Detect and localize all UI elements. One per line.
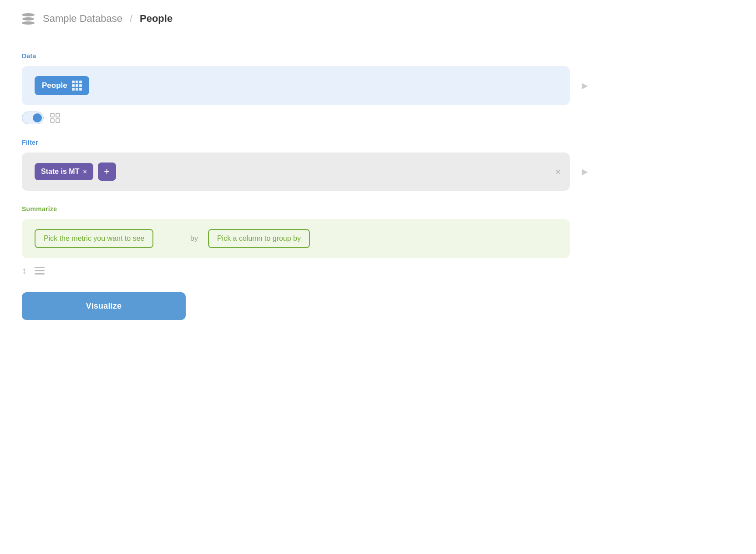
- add-filter-button[interactable]: +: [98, 163, 116, 181]
- add-filter-icon: +: [104, 166, 110, 178]
- people-data-tag[interactable]: People: [35, 76, 89, 95]
- filter-dismiss-button[interactable]: ×: [555, 167, 561, 177]
- svg-rect-1: [56, 113, 60, 117]
- toggle-button[interactable]: [22, 112, 44, 124]
- data-section-box: People ▶: [22, 66, 570, 105]
- pick-group-button[interactable]: Pick a column to group by: [208, 229, 310, 248]
- sort-icon: ↕: [22, 265, 26, 276]
- filter-tag[interactable]: State is MT ×: [35, 163, 93, 180]
- breadcrumb-separator: /: [130, 13, 132, 25]
- list-view-icon: [35, 267, 45, 275]
- pick-metric-button[interactable]: Pick the metric you want to see: [35, 229, 153, 248]
- filter-section-box: State is MT × + × ▶: [22, 152, 570, 191]
- filter-dismiss-icon: ×: [555, 167, 561, 177]
- summarize-section-label: Summarize: [22, 205, 570, 213]
- main-content: Data People ▶: [0, 34, 592, 338]
- filter-section: Filter State is MT × + × ▶: [22, 139, 570, 191]
- database-icon: [22, 13, 35, 25]
- filter-tag-text: State is MT: [41, 168, 79, 176]
- grid-view-button[interactable]: [50, 113, 60, 123]
- db-name: Sample Database: [43, 13, 122, 25]
- svg-rect-4: [35, 267, 45, 268]
- sort-button[interactable]: ↕: [22, 265, 26, 276]
- svg-rect-3: [56, 119, 60, 122]
- summarize-section: Summarize Pick the metric you want to se…: [22, 205, 570, 276]
- svg-rect-0: [51, 113, 54, 117]
- grid-view-icon: [50, 113, 60, 123]
- data-section-label: Data: [22, 52, 570, 60]
- page-header: Sample Database / People: [0, 0, 756, 34]
- grid-icon: [72, 81, 82, 91]
- list-view-button[interactable]: [35, 267, 45, 275]
- data-run-arrow[interactable]: ▶: [582, 81, 588, 91]
- filter-run-arrow[interactable]: ▶: [582, 167, 588, 177]
- svg-rect-5: [35, 270, 45, 271]
- table-name: People: [140, 13, 173, 25]
- summarize-section-box: Pick the metric you want to see by Pick …: [22, 219, 570, 258]
- toolbar-row: [22, 112, 570, 124]
- by-label: by: [180, 234, 208, 243]
- data-section: Data People ▶: [22, 52, 570, 124]
- sort-row: ↕: [22, 265, 570, 276]
- metric-container: Pick the metric you want to see: [35, 229, 180, 248]
- visualize-button[interactable]: Visualize: [22, 292, 186, 320]
- svg-rect-6: [35, 273, 45, 274]
- group-container: Pick a column to group by: [208, 229, 310, 248]
- svg-rect-2: [51, 119, 54, 122]
- filter-section-label: Filter: [22, 139, 570, 146]
- data-tag-label: People: [42, 81, 67, 90]
- filter-remove-icon[interactable]: ×: [83, 168, 86, 175]
- toggle-knob: [33, 113, 42, 122]
